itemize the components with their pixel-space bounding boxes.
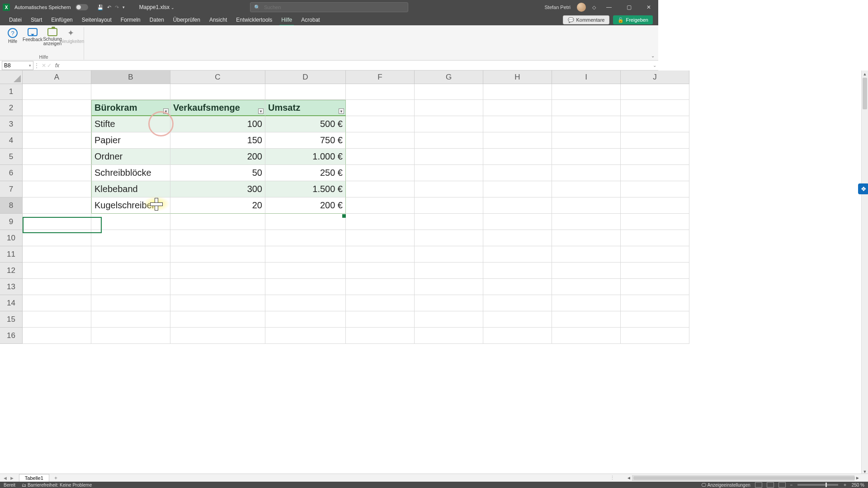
cell[interactable] <box>23 230 91 246</box>
cell[interactable]: Stifte <box>91 116 170 132</box>
cell[interactable] <box>346 279 415 295</box>
cell[interactable]: Umsatz▾ <box>265 100 346 116</box>
cell[interactable] <box>346 263 415 279</box>
cell[interactable] <box>552 311 621 328</box>
cell[interactable] <box>346 149 415 165</box>
cell[interactable] <box>415 295 483 311</box>
cell[interactable] <box>483 165 552 181</box>
cell[interactable] <box>23 84 91 100</box>
cell[interactable] <box>415 149 483 165</box>
cell[interactable] <box>483 197 552 214</box>
name-box[interactable]: B8▾ <box>2 61 33 70</box>
row-header-6[interactable]: 6 <box>0 165 23 181</box>
cell[interactable] <box>91 214 170 230</box>
cell[interactable] <box>23 149 91 165</box>
cell[interactable] <box>91 295 170 311</box>
document-name[interactable]: Mappe1.xlsx ⌄ <box>139 4 175 10</box>
column-header-A[interactable]: A <box>23 70 91 84</box>
cell[interactable] <box>415 84 483 100</box>
cell[interactable] <box>91 263 170 279</box>
cell[interactable]: 1.000 € <box>265 149 346 165</box>
ribbon-help-button[interactable]: ? Hilfe <box>4 28 22 46</box>
qat-dropdown-icon[interactable]: ▾ <box>123 5 125 9</box>
ribbon-tab-hilfe[interactable]: Hilfe <box>277 14 297 25</box>
filter-dropdown-icon[interactable]: ▾ <box>163 108 169 114</box>
cell[interactable] <box>552 84 621 100</box>
column-header-J[interactable]: J <box>621 70 658 84</box>
cell[interactable]: 300 <box>170 181 265 197</box>
cell[interactable] <box>552 181 621 197</box>
cell[interactable] <box>483 214 552 230</box>
row-header-12[interactable]: 12 <box>0 263 23 279</box>
autosave-toggle[interactable] <box>75 4 88 10</box>
cell[interactable]: 20 <box>170 197 265 214</box>
cell[interactable] <box>265 279 346 295</box>
cell[interactable]: Bürokram▾ <box>91 100 170 116</box>
maximize-button[interactable]: ▢ <box>622 4 636 10</box>
cell[interactable] <box>552 295 621 311</box>
close-button[interactable]: ✕ <box>642 4 656 10</box>
formula-input[interactable] <box>61 61 651 70</box>
cell[interactable] <box>346 214 415 230</box>
select-all-triangle[interactable] <box>0 70 23 84</box>
cell[interactable] <box>552 197 621 214</box>
cell[interactable] <box>346 100 415 116</box>
cell[interactable] <box>415 263 483 279</box>
row-header-9[interactable]: 9 <box>0 214 23 230</box>
cell[interactable]: Klebeband <box>91 181 170 197</box>
cell[interactable] <box>483 84 552 100</box>
cell[interactable] <box>483 328 552 344</box>
user-name-label[interactable]: Stefan Petri <box>545 5 571 10</box>
cell[interactable] <box>621 214 658 230</box>
column-header-G[interactable]: G <box>415 70 483 84</box>
cell[interactable]: 150 <box>170 132 265 149</box>
row-header-10[interactable]: 10 <box>0 230 23 246</box>
cell[interactable] <box>621 132 658 149</box>
save-icon[interactable]: 💾 <box>97 5 104 10</box>
cell[interactable] <box>415 230 483 246</box>
spreadsheet-grid[interactable]: ABCDFGHIJ 12345678910111213141516 Bürokr… <box>0 70 658 369</box>
cell[interactable] <box>346 165 415 181</box>
ribbon-tab-einfügen[interactable]: Einfügen <box>47 14 77 25</box>
row-header-5[interactable]: 5 <box>0 149 23 165</box>
cell[interactable] <box>91 230 170 246</box>
cell[interactable] <box>265 263 346 279</box>
cell[interactable] <box>23 279 91 295</box>
row-header-3[interactable]: 3 <box>0 116 23 132</box>
cell[interactable] <box>23 197 91 214</box>
cell[interactable] <box>415 328 483 344</box>
ribbon-training-button[interactable]: Schulung anzeigen <box>43 28 61 46</box>
formula-expand-icon[interactable]: ⌄ <box>651 63 658 68</box>
cell[interactable]: 250 € <box>265 165 346 181</box>
ribbon-tab-formeln[interactable]: Formeln <box>116 14 145 25</box>
ribbon-tab-datei[interactable]: Datei <box>5 14 26 25</box>
share-button[interactable]: 🔓 Freigeben <box>613 15 653 24</box>
cell[interactable] <box>621 84 658 100</box>
row-header-7[interactable]: 7 <box>0 181 23 197</box>
cell[interactable]: 500 € <box>265 116 346 132</box>
cell[interactable] <box>552 149 621 165</box>
cell[interactable] <box>483 181 552 197</box>
cell[interactable] <box>346 116 415 132</box>
cell[interactable] <box>483 116 552 132</box>
cell[interactable] <box>621 116 658 132</box>
cell[interactable] <box>91 279 170 295</box>
cell[interactable] <box>415 214 483 230</box>
cell[interactable] <box>552 165 621 181</box>
cell[interactable] <box>91 311 170 328</box>
cell[interactable] <box>552 100 621 116</box>
cell[interactable] <box>552 328 621 344</box>
cell[interactable]: 1.500 € <box>265 181 346 197</box>
row-header-16[interactable]: 16 <box>0 328 23 344</box>
cell[interactable] <box>621 295 658 311</box>
comments-button[interactable]: 💬 Kommentare <box>563 15 609 24</box>
cell[interactable] <box>621 311 658 328</box>
user-avatar[interactable] <box>577 3 586 12</box>
cell[interactable] <box>552 263 621 279</box>
cell[interactable] <box>621 100 658 116</box>
cell[interactable] <box>170 311 265 328</box>
cell[interactable] <box>483 263 552 279</box>
cell[interactable] <box>23 132 91 149</box>
cell[interactable] <box>621 181 658 197</box>
cell[interactable] <box>552 214 621 230</box>
